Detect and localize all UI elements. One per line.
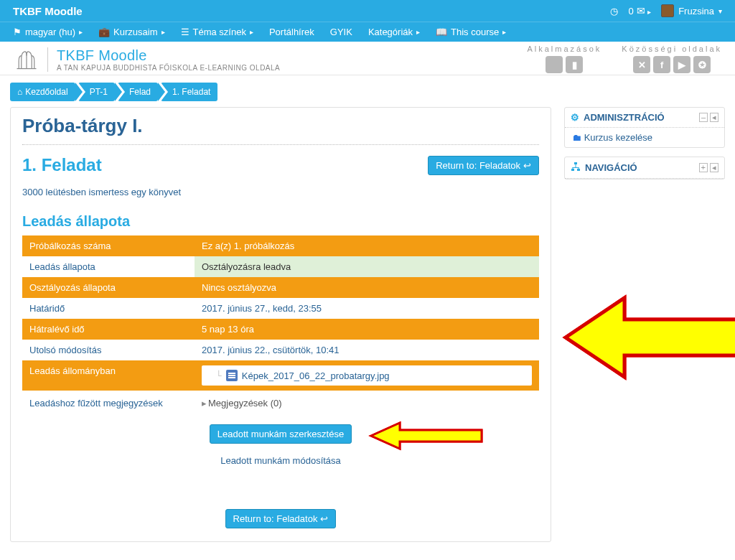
submitted-file[interactable]: └ Képek_2017_06_22_probatargy.jpg bbox=[202, 365, 532, 386]
social-label: Közösségi oldalak bbox=[622, 45, 722, 53]
svg-rect-2 bbox=[574, 162, 577, 164]
return-icon: ↩ bbox=[320, 513, 328, 524]
status-heading: Leadás állapota bbox=[22, 213, 539, 230]
list-icon: ☰ bbox=[181, 27, 189, 37]
site-brand[interactable]: TKBF Moodle bbox=[13, 5, 83, 17]
chevron-down-icon: ▾ bbox=[718, 7, 722, 15]
row-last-modified: Utolsó módosítás 2017. június 22., csütö… bbox=[22, 340, 539, 360]
row-grading-status: Osztályozás állapota Nincs osztályozva bbox=[22, 277, 539, 298]
globe-icon[interactable]: ✪ bbox=[693, 56, 711, 73]
comments-label: Leadáshoz fűzött megjegyzések bbox=[29, 398, 202, 409]
menu-language[interactable]: ⚑magyar (hu)▸ bbox=[13, 27, 83, 37]
clock-icon[interactable]: ◷ bbox=[610, 6, 618, 17]
caret-right-icon: ▸ bbox=[202, 398, 207, 409]
breadcrumb-item[interactable]: 1. Feladat bbox=[161, 83, 217, 101]
row-time-remaining: Hátralévő idő 5 nap 13 óra bbox=[22, 319, 539, 340]
book-icon: 📖 bbox=[436, 27, 447, 37]
block-administration: ⚙ ADMINISZTRÁCIÓ –◂ 🖿 Kurzus kezelése bbox=[564, 107, 725, 148]
social-group: Közösségi oldalak ✕ f ▶ ✪ bbox=[622, 45, 722, 73]
svg-rect-6 bbox=[573, 167, 579, 168]
block-admin-title: ADMINISZTRÁCIÓ bbox=[584, 112, 665, 123]
topbar: TKBF Moodle ◷ 0 ✉ ▸ Fruzsina ▾ bbox=[0, 0, 735, 22]
flag-icon: ⚑ bbox=[13, 27, 22, 37]
apple-icon[interactable] bbox=[546, 56, 563, 73]
breadcrumb-home[interactable]: ⌂Kezdőoldal bbox=[10, 83, 75, 101]
facebook-icon[interactable]: f bbox=[653, 56, 670, 73]
sitemap-icon bbox=[571, 162, 581, 174]
image-file-icon bbox=[226, 370, 238, 381]
return-button-bottom[interactable]: Return to: Feladatok↩ bbox=[225, 509, 337, 528]
banner-subtitle: A TAN KAPUJA BUDDHISTA FŐISKOLA E-LEARNI… bbox=[57, 64, 280, 72]
main-menu: ⚑magyar (hu)▸ 💼Kurzusaim▸ ☰Téma színek▸ … bbox=[0, 22, 735, 42]
block-collapse-icon[interactable]: – bbox=[699, 113, 708, 122]
block-dock-icon[interactable]: ◂ bbox=[710, 163, 718, 172]
envelope-icon: ✉ bbox=[634, 5, 645, 17]
svg-rect-4 bbox=[577, 169, 580, 171]
svg-marker-1 bbox=[371, 423, 482, 449]
edit-subtext: Leadott munkám módosítása bbox=[22, 455, 539, 466]
gear-icon: ⚙ bbox=[571, 112, 579, 123]
apps-label: Alkalmazások bbox=[527, 45, 601, 53]
annotation-arrow-small bbox=[367, 420, 489, 452]
block-navigation: NAVIGÁCIÓ +◂ bbox=[564, 157, 725, 179]
breadcrumb: ⌂Kezdőoldal PT-1 Felad 1. Feladat bbox=[0, 75, 735, 107]
menu-themes[interactable]: ☰Téma színek▸ bbox=[181, 27, 253, 37]
main-content: Próba-tárgy I. 1. Feladat Return to: Fel… bbox=[10, 107, 551, 542]
block-expand-icon[interactable]: + bbox=[699, 163, 708, 172]
return-button-top[interactable]: Return to: Feladatok↩ bbox=[428, 156, 539, 175]
svg-rect-7 bbox=[573, 167, 574, 169]
chevron-right-icon: ▸ bbox=[647, 8, 651, 16]
menu-faq[interactable]: GYIK bbox=[330, 27, 352, 37]
apps-group: Alkalmazások ▮ bbox=[527, 45, 601, 73]
row-due-date: Határidő 2017. június 27., kedd, 23:55 bbox=[22, 298, 539, 319]
annotation-arrow-large bbox=[560, 291, 735, 384]
block-nav-title: NAVIGÁCIÓ bbox=[585, 162, 637, 173]
assignment-title: 1. Feladat bbox=[22, 155, 102, 175]
row-submission-status: Leadás állapota Osztályozásra leadva bbox=[22, 256, 539, 277]
menu-news[interactable]: Portálhírek bbox=[269, 27, 314, 37]
svg-rect-8 bbox=[579, 167, 579, 169]
briefcase-icon: 💼 bbox=[98, 27, 110, 37]
admin-course-manage[interactable]: 🖿 Kurzus kezelése bbox=[572, 132, 652, 143]
android-icon[interactable]: ▮ bbox=[566, 56, 583, 73]
svg-marker-9 bbox=[566, 298, 735, 377]
home-icon: ⌂ bbox=[17, 87, 22, 97]
row-attempt: Próbálkozás száma Ez a(z) 1. próbálkozás bbox=[22, 235, 539, 256]
submitted-file-name: Képek_2017_06_22_probatargy.jpg bbox=[242, 370, 390, 381]
row-file-submission: Leadás állományban └ Képek_2017_06_22_pr… bbox=[22, 360, 539, 391]
course-title: Próba-tárgy I. bbox=[22, 115, 539, 137]
menu-courses[interactable]: 💼Kurzusaim▸ bbox=[98, 27, 164, 37]
folder-icon: 🖿 bbox=[572, 132, 584, 143]
return-icon: ↩ bbox=[523, 160, 531, 171]
twitter-icon[interactable]: ✕ bbox=[633, 56, 650, 73]
messages-indicator[interactable]: 0 ✉ ▸ bbox=[628, 5, 651, 17]
banner: TKBF Moodle A TAN KAPUJA BUDDHISTA FŐISK… bbox=[0, 42, 735, 75]
svg-rect-3 bbox=[571, 169, 574, 171]
breadcrumb-section[interactable]: Felad bbox=[118, 83, 158, 101]
banner-title: TKBF Moodle bbox=[57, 47, 280, 64]
menu-categories[interactable]: Kategóriák▸ bbox=[368, 27, 420, 37]
edit-submission-button[interactable]: Leadott munkám szerkesztése bbox=[210, 424, 352, 444]
tree-branch-icon: └ bbox=[216, 370, 222, 381]
assignment-description: 3000 leütésben ismertess egy könyvet bbox=[22, 187, 539, 197]
svg-rect-5 bbox=[576, 164, 576, 167]
breadcrumb-course[interactable]: PT-1 bbox=[78, 83, 115, 101]
block-dock-icon[interactable]: ◂ bbox=[710, 113, 718, 122]
avatar bbox=[661, 4, 674, 17]
comments-toggle[interactable]: ▸Megjegyzések (0) bbox=[202, 398, 282, 409]
site-logo-icon bbox=[13, 46, 40, 73]
submission-status-table: Próbálkozás száma Ez a(z) 1. próbálkozás… bbox=[22, 235, 539, 391]
row-comments: Leadáshoz fűzött megjegyzések ▸Megjegyzé… bbox=[22, 391, 539, 416]
user-name: Fruzsina bbox=[678, 6, 714, 17]
menu-thiscourse[interactable]: 📖This course▸ bbox=[436, 27, 506, 37]
user-menu[interactable]: Fruzsina ▾ bbox=[661, 4, 722, 17]
youtube-icon[interactable]: ▶ bbox=[673, 56, 690, 73]
